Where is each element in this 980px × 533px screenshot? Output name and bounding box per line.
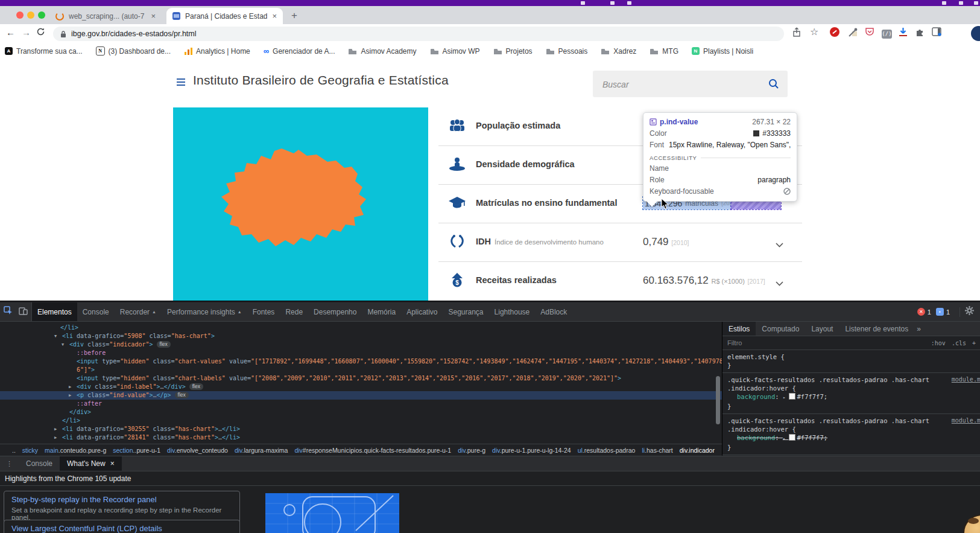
devtools-settings-gear-icon[interactable] <box>965 306 974 318</box>
adblock-extension-icon[interactable] <box>830 27 839 39</box>
breadcrumb-node[interactable]: section..pure-u-1 <box>113 447 160 454</box>
elements-tree-node[interactable]: ▶<li data-grafico="28141" class="has-cha… <box>0 433 722 442</box>
bookmark-item[interactable]: NPlaylists | Noisli <box>692 47 753 56</box>
expand-arrow-icon[interactable]: ▶ <box>54 433 57 442</box>
devtools-tab-adblock[interactable]: AdBlock <box>535 302 572 321</box>
bookmark-item[interactable]: ∞Gerenciador de A... <box>264 47 335 56</box>
devtools-tab-performance-insights[interactable]: Performance insights▲ <box>162 302 247 321</box>
more-tabs-icon[interactable]: » <box>917 325 921 333</box>
chevron-down-icon[interactable] <box>776 278 783 289</box>
breadcrumb-node[interactable]: div.envolve_conteudo <box>167 447 228 454</box>
elements-tree-node[interactable]: </div> <box>0 408 722 417</box>
flex-badge[interactable]: flex <box>175 392 189 398</box>
styles-tab-computado[interactable]: Computado <box>756 322 805 336</box>
elements-tree-node[interactable]: ▶<li data-grafico="30255" class="has-cha… <box>0 425 722 433</box>
element-style-block[interactable]: element.style { } <box>722 350 980 373</box>
reload-icon[interactable] <box>36 27 45 38</box>
bookmark-item[interactable]: Asimov Academy <box>348 47 416 56</box>
devtools-tab-desempenho[interactable]: Desempenho <box>308 302 362 321</box>
devtools-tab-rede[interactable]: Rede <box>280 302 308 321</box>
side-panel-icon[interactable] <box>932 27 941 39</box>
bookmark-item[interactable]: Xadrez <box>601 47 636 56</box>
expand-arrow-icon[interactable]: ▶ <box>69 383 71 391</box>
hover-state-toggle[interactable]: :hov <box>931 340 946 346</box>
elements-tree-node[interactable]: </li> <box>0 324 722 332</box>
elements-tree-node[interactable]: ::after <box>0 400 722 408</box>
new-tab-button[interactable]: + <box>291 10 297 22</box>
breadcrumb-node[interactable]: div.pure-g <box>458 447 485 454</box>
styles-filter-input[interactable]: Filtro <box>727 339 742 346</box>
flex-badge[interactable]: flex <box>157 341 171 348</box>
console-error-icon[interactable]: ✕ <box>917 308 925 316</box>
indicator-row-idh[interactable]: IDHÍndice de desenvolvimento humano 0,74… <box>438 223 802 262</box>
download-extension-icon[interactable] <box>899 27 908 40</box>
devtools-tab-lighthouse[interactable]: Lighthouse <box>489 302 536 321</box>
stylesheet-source-link[interactable]: module.min… <box>952 417 980 425</box>
tab-close-icon[interactable]: × <box>151 11 156 21</box>
breadcrumb-node[interactable]: div#responseMunicipios.quick-facts-resul… <box>294 447 451 454</box>
whats-new-link[interactable]: View Largest Contentful Paint (LCP) deta… <box>11 524 232 533</box>
elements-tree-node[interactable]: <input type="hidden" class="chart-values… <box>0 357 722 366</box>
code-extension-icon[interactable]: (/) <box>882 27 892 39</box>
drawer-tab-what-s-new[interactable]: What's New× <box>60 456 122 471</box>
collapse-arrow-icon[interactable]: ▼ <box>54 332 57 340</box>
drawer-tab-console[interactable]: Console <box>19 456 60 471</box>
forward-icon[interactable]: → <box>22 27 31 37</box>
bookmark-item[interactable]: MTG <box>650 47 678 56</box>
devtools-tab-memória[interactable]: Memória <box>362 302 401 321</box>
browser-tab-web-scraping[interactable]: web_scraping... (auto-7 : 2) - × <box>49 8 162 24</box>
inspect-element-icon[interactable] <box>4 306 13 318</box>
new-style-rule-icon[interactable]: + <box>972 340 976 346</box>
close-window-button[interactable] <box>16 11 24 19</box>
menu-hamburger-icon[interactable] <box>177 78 185 88</box>
whats-new-card[interactable]: View Largest Contentful Paint (LCP) deta… <box>4 520 240 533</box>
share-icon[interactable] <box>792 27 801 40</box>
browser-tab-parana[interactable]: Paraná | Cidades e Estados | IB × <box>166 8 283 24</box>
elements-tree-node[interactable]: ▼<li data-grafico="5908" class="has-char… <box>0 332 722 340</box>
expand-arrow-icon[interactable]: ▶ <box>54 425 57 433</box>
devtools-tab-aplicativo[interactable]: Aplicativo <box>401 302 443 321</box>
devtools-tab-console[interactable]: Console <box>77 302 115 321</box>
expand-arrow-icon[interactable]: ▶ <box>69 391 71 400</box>
search-input[interactable] <box>601 71 760 98</box>
stylesheet-source-link[interactable]: module.min… <box>952 375 980 384</box>
devtools-tab-recorder[interactable]: Recorder▲ <box>115 302 162 321</box>
elements-tree-node[interactable]: ▶<div class="ind-label">…</div>flex <box>0 383 722 391</box>
class-toggle[interactable]: .cls <box>952 340 966 346</box>
devtools-tab-fontes[interactable]: Fontes <box>247 302 280 321</box>
breadcrumb-node[interactable]: sticky <box>22 447 38 454</box>
whats-new-link[interactable]: Step-by-step replay in the Recorder pane… <box>11 495 232 504</box>
eyedropper-extension-icon[interactable] <box>848 27 858 40</box>
color-swatch[interactable] <box>789 393 795 400</box>
elements-tree-node[interactable]: ▼<div class="indicador">flex <box>0 340 722 349</box>
issues-icon[interactable]: ▪ <box>936 308 944 316</box>
breadcrumb-node[interactable]: div.largura-maxima <box>235 447 288 454</box>
color-swatch[interactable] <box>789 434 795 441</box>
extensions-puzzle-icon[interactable] <box>915 27 925 39</box>
profile-avatar[interactable] <box>971 26 980 41</box>
elements-tree-node[interactable]: ::before <box>0 349 722 357</box>
elements-scrollbar[interactable] <box>716 376 720 424</box>
styles-tab-estilos[interactable]: Estilos <box>722 322 756 336</box>
bookmark-item[interactable]: ATransforme sua ca... <box>5 47 83 56</box>
devtools-tab-segurança[interactable]: Segurança <box>443 302 489 321</box>
minimize-window-button[interactable] <box>27 11 34 19</box>
site-search[interactable] <box>593 71 788 97</box>
breadcrumb-node[interactable]: .. <box>12 447 16 454</box>
bookmark-item[interactable]: Asimov WP <box>430 47 480 56</box>
bookmark-star-icon[interactable]: ☆ <box>810 26 818 37</box>
breadcrumb-node[interactable]: div.pure-u-1.pure-u-lg-14-24 <box>492 447 571 454</box>
indicator-row-receitas[interactable]: $ Receitas realizadas 60.163.576,12 R$ (… <box>438 262 802 301</box>
breadcrumb-node[interactable]: main.conteudo.pure-g <box>45 447 106 454</box>
pocket-extension-icon[interactable] <box>865 27 874 39</box>
bookmark-item[interactable]: Pessoais <box>546 47 588 56</box>
breadcrumb-node[interactable]: li.has-chart <box>642 447 672 454</box>
bookmark-item[interactable]: N(3) Dashboard de... <box>96 46 171 56</box>
maximize-window-button[interactable] <box>38 11 45 19</box>
bookmark-item[interactable]: Analytics | Home <box>184 47 250 56</box>
collapse-arrow-icon[interactable]: ▼ <box>62 340 64 349</box>
elements-tree-node[interactable]: </li> <box>0 417 722 425</box>
styles-tab-layout[interactable]: Layout <box>805 322 839 336</box>
elements-tree-node[interactable]: ▶<p class="ind-value">…</p>flex <box>0 391 722 400</box>
search-icon[interactable] <box>768 78 779 92</box>
